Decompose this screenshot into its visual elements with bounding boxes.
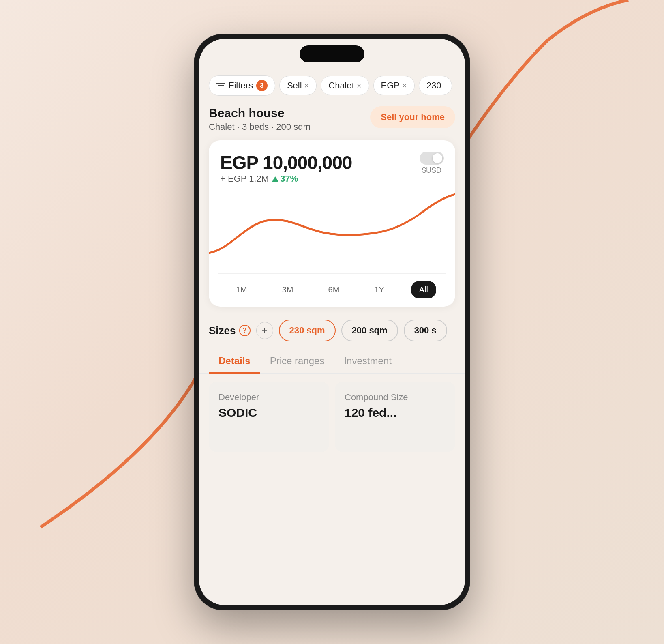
- up-arrow-icon: [272, 176, 278, 182]
- property-subtitle: Chalet · 3 beds · 200 sqm: [209, 122, 311, 132]
- time-btn-6m[interactable]: 6M: [320, 281, 348, 298]
- sell-chip[interactable]: Sell ×: [279, 76, 317, 95]
- compound-size-card: Compound Size 120 fed...: [335, 382, 455, 452]
- price-header: EGP 10,000,000 + EGP 1.2M 37%: [220, 152, 444, 191]
- filter-icon: [216, 82, 225, 89]
- chart-svg: [209, 192, 455, 273]
- price-card: EGP 10,000,000 + EGP 1.2M 37%: [209, 140, 455, 307]
- time-btn-3m[interactable]: 3M: [274, 281, 302, 298]
- sell-your-home-button[interactable]: Sell your home: [370, 106, 455, 128]
- phone-frame: Filters 3 Sell × Chalet × EGP × 230-: [194, 34, 470, 610]
- sizes-section: Sizes ? + 230 sqm 200 sqm 300 s: [199, 316, 465, 350]
- filters-label: Filters: [229, 80, 253, 91]
- size-chip-200[interactable]: 200 sqm: [341, 320, 398, 341]
- egp-chip-label: EGP: [381, 80, 400, 91]
- tab-investment[interactable]: Investment: [334, 350, 401, 374]
- price-change: + EGP 1.2M 37%: [220, 174, 352, 184]
- time-btn-1m[interactable]: 1M: [228, 281, 255, 298]
- compound-size-card-title: Compound Size: [345, 392, 446, 403]
- sizes-label: Sizes ?: [209, 324, 251, 337]
- developer-card: Developer SODIC: [209, 382, 329, 452]
- time-btn-all[interactable]: All: [411, 281, 436, 298]
- egp-chip-close[interactable]: ×: [402, 81, 407, 90]
- developer-card-title: Developer: [218, 392, 319, 403]
- compound-size-card-value: 120 fed...: [345, 406, 446, 420]
- sizes-help-icon[interactable]: ?: [239, 325, 251, 336]
- price-info: EGP 10,000,000 + EGP 1.2M 37%: [220, 152, 352, 191]
- size-chip-230[interactable]: 230 sqm: [279, 320, 336, 341]
- time-range-bar: 1M 3M 6M 1Y All: [218, 273, 446, 307]
- price-chart: [209, 192, 455, 273]
- phone-screen: Filters 3 Sell × Chalet × EGP × 230-: [199, 39, 465, 605]
- filters-chip[interactable]: Filters 3: [209, 75, 275, 96]
- property-header: Beach house Chalet · 3 beds · 200 sqm Se…: [199, 103, 465, 140]
- 230-chip-label: 230-: [426, 80, 444, 91]
- price-change-pct: 37%: [272, 174, 298, 184]
- chalet-chip-label: Chalet: [328, 80, 354, 91]
- size-chip-300[interactable]: 300 s: [404, 320, 447, 341]
- sell-chip-close[interactable]: ×: [304, 81, 309, 90]
- time-btn-1y[interactable]: 1Y: [366, 281, 392, 298]
- price-change-amount: + EGP 1.2M: [220, 174, 269, 184]
- usd-toggle[interactable]: [420, 152, 444, 165]
- filter-row: Filters 3 Sell × Chalet × EGP × 230-: [199, 75, 465, 103]
- egp-chip[interactable]: EGP ×: [373, 76, 415, 95]
- tab-details[interactable]: Details: [209, 350, 260, 374]
- chalet-chip-close[interactable]: ×: [357, 81, 362, 90]
- property-title: Beach house: [209, 106, 311, 120]
- price-change-pct-value: 37%: [280, 174, 298, 184]
- usd-label: $USD: [422, 166, 441, 175]
- dynamic-island: [300, 45, 364, 62]
- sell-chip-label: Sell: [287, 80, 302, 91]
- usd-toggle-wrapper: $USD: [420, 152, 444, 175]
- detail-cards-grid: Developer SODIC Compound Size 120 fed...: [199, 382, 465, 452]
- chalet-chip[interactable]: Chalet ×: [321, 76, 369, 95]
- add-size-button[interactable]: +: [256, 322, 273, 339]
- property-info: Beach house Chalet · 3 beds · 200 sqm: [209, 106, 311, 132]
- 230-chip[interactable]: 230-: [419, 76, 452, 95]
- tab-price-ranges[interactable]: Price ranges: [260, 350, 334, 374]
- tabs-bar: Details Price ranges Investment: [199, 350, 465, 374]
- filter-badge: 3: [256, 80, 268, 91]
- phone-content: Filters 3 Sell × Chalet × EGP × 230-: [199, 39, 465, 605]
- developer-card-value: SODIC: [218, 406, 319, 420]
- price-amount: EGP 10,000,000: [220, 152, 352, 174]
- toggle-knob: [433, 153, 442, 163]
